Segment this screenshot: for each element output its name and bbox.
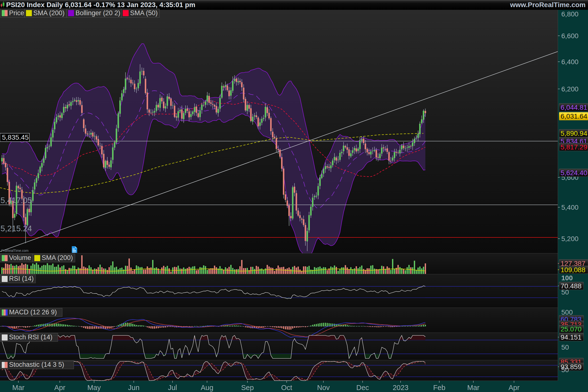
svg-text:Sep: Sep	[241, 384, 254, 392]
svg-text:500: 500	[561, 308, 573, 316]
svg-text:5,215.24: 5,215.24	[0, 224, 32, 233]
svg-text:109,088: 109,088	[560, 266, 585, 274]
svg-text:5,624.40: 5,624.40	[560, 169, 587, 177]
svg-text:Nov: Nov	[317, 384, 330, 392]
svg-text:5,417.05: 5,417.05	[0, 196, 32, 205]
svg-text:PSI20 Index Daily 6,031.64 -0.: PSI20 Index Daily 6,031.64 -0.17% 13 Jan…	[6, 1, 195, 8]
svg-text:94.151: 94.151	[560, 334, 582, 341]
svg-text:May: May	[88, 384, 101, 392]
svg-text:6,600: 6,600	[561, 32, 578, 40]
svg-text:2023: 2023	[393, 384, 409, 392]
svg-text:6,800: 6,800	[561, 10, 578, 18]
svg-text:6,031.64: 6,031.64	[560, 112, 587, 120]
svg-text:6,400: 6,400	[561, 58, 578, 66]
svg-text:SMA (50): SMA (50)	[130, 9, 158, 17]
svg-text:Oct: Oct	[281, 384, 292, 392]
svg-text:Feb: Feb	[433, 384, 446, 392]
svg-text:5,200: 5,200	[561, 235, 578, 242]
svg-text:Jun: Jun	[128, 384, 140, 392]
svg-text:Volume: Volume	[9, 254, 31, 262]
svg-text:50: 50	[561, 288, 569, 296]
svg-text:MACD (12 26 9): MACD (12 26 9)	[9, 308, 57, 316]
svg-text:Jul: Jul	[168, 384, 177, 392]
svg-text:RSI (14): RSI (14)	[9, 275, 34, 282]
svg-text:Apr: Apr	[54, 384, 65, 392]
svg-text:5,835.45: 5,835.45	[2, 134, 29, 141]
svg-text:Bollinger (20 2): Bollinger (20 2)	[76, 9, 120, 17]
svg-text:Aug: Aug	[201, 384, 214, 392]
svg-text:25.070: 25.070	[560, 325, 582, 333]
svg-text:5,890.94: 5,890.94	[560, 130, 587, 137]
svg-text:Price: Price	[9, 9, 24, 17]
svg-text:Mar: Mar	[12, 384, 24, 392]
svg-text:ProRealTime.com: ProRealTime.com	[1, 249, 29, 252]
svg-text:Dec: Dec	[356, 384, 369, 392]
svg-text:6,044.81: 6,044.81	[560, 104, 587, 111]
svg-text:www.ProRealTime.com: www.ProRealTime.com	[510, 1, 586, 8]
svg-text:50: 50	[561, 344, 569, 351]
svg-text:Stoch RSI (14): Stoch RSI (14)	[9, 334, 52, 341]
svg-text:Apr: Apr	[508, 384, 520, 392]
svg-text:5,400: 5,400	[561, 204, 578, 211]
svg-text:5,817.29: 5,817.29	[560, 143, 587, 151]
svg-text:Stochastic (14 3 5): Stochastic (14 3 5)	[9, 361, 64, 368]
svg-text:50: 50	[561, 366, 569, 374]
svg-text:SMA (200): SMA (200)	[42, 254, 73, 262]
svg-text:SMA (200): SMA (200)	[33, 9, 65, 17]
svg-text:6,200: 6,200	[561, 85, 578, 93]
svg-text:100: 100	[561, 274, 573, 282]
svg-text:Mar: Mar	[467, 384, 480, 392]
